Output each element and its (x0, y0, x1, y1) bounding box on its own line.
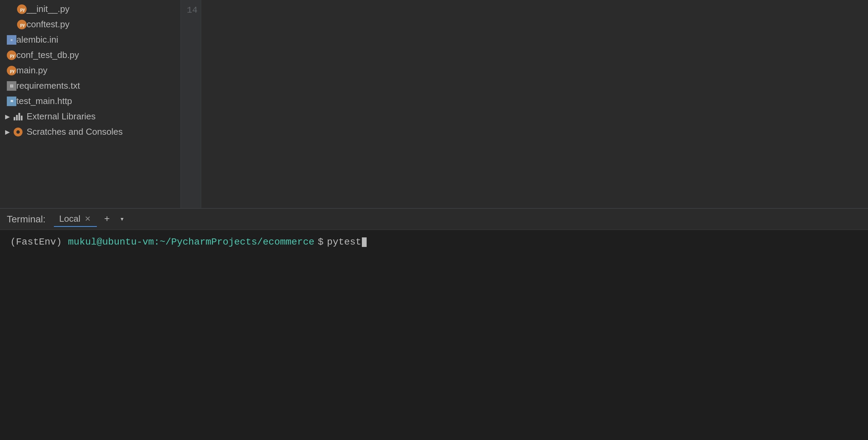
terminal-add-button[interactable]: + (100, 212, 114, 226)
sidebar: py __init__.py py conftest.py ≡ alembic.… (0, 0, 181, 208)
svg-text:py: py (20, 23, 25, 27)
svg-text:py: py (20, 7, 25, 12)
main-container: py __init__.py py conftest.py ≡ alembic.… (0, 0, 868, 208)
prompt-dollar: $ (318, 237, 324, 247)
py-file-icon-main: py (7, 66, 16, 75)
terminal-close-button[interactable]: ✕ (84, 215, 91, 223)
file-test-main-http[interactable]: ≋ test_main.http (0, 93, 180, 109)
svg-text:py: py (10, 53, 15, 58)
terminal-header: Terminal: Local ✕ + ▾ (0, 209, 868, 230)
file-name-alembic: alembic.ini (16, 34, 58, 45)
folder-scratches-label: Scratches and Consoles (27, 127, 123, 137)
txt-file-icon: ▤ (7, 81, 16, 91)
folder-external-libraries[interactable]: ▶ External Libraries (0, 109, 180, 124)
folder-scratches-consoles[interactable]: ▶ Scratches and Consoles (0, 124, 180, 140)
file-conftest-py[interactable]: py conftest.py (0, 17, 180, 32)
file-name-requirements: requirements.txt (16, 80, 80, 91)
svg-text:py: py (10, 69, 15, 73)
file-name-init: __init__.py (27, 4, 70, 14)
prompt-path: :~/PycharmProjects/ecommerce (154, 237, 314, 247)
prompt-env: (FastEnv) (10, 237, 62, 247)
editor-area: 14 (181, 0, 868, 208)
ini-file-icon: ≡ (7, 35, 16, 45)
py-file-icon: py (17, 4, 27, 14)
line-numbers: 14 (181, 0, 201, 208)
file-conf-test-db[interactable]: py conf_test_db.py (0, 47, 180, 63)
code-content[interactable] (201, 0, 868, 208)
folder-external-libraries-label: External Libraries (27, 111, 95, 122)
terminal-container: Terminal: Local ✕ + ▾ (FastEnv) mukul@ub… (0, 208, 868, 440)
terminal-cursor (362, 237, 367, 247)
chevron-right-icon-scratch: ▶ (3, 128, 12, 136)
terminal-dropdown-button[interactable]: ▾ (115, 212, 129, 226)
terminal-label: Terminal: (7, 214, 46, 225)
terminal-body[interactable]: (FastEnv) mukul@ubuntu-vm :~/PycharmProj… (0, 230, 868, 440)
terminal-prompt-line: (FastEnv) mukul@ubuntu-vm :~/PycharmProj… (10, 237, 858, 247)
file-name-test-main-http: test_main.http (16, 96, 72, 106)
http-file-icon: ≋ (7, 97, 16, 106)
file-requirements-txt[interactable]: ▤ requirements.txt (0, 78, 180, 93)
py-file-icon-conftest: py (17, 20, 27, 29)
prompt-command: pytest (327, 237, 362, 247)
file-name-conf-test-db: conf_test_db.py (16, 50, 79, 60)
chevron-right-icon: ▶ (3, 113, 12, 121)
file-alembic-ini[interactable]: ≡ alembic.ini (0, 32, 180, 47)
scratch-icon (13, 127, 23, 137)
line-number-14: 14 (181, 3, 197, 18)
terminal-tab-local[interactable]: Local ✕ (54, 211, 97, 227)
prompt-user: mukul@ubuntu-vm (68, 237, 154, 247)
editor-content: 14 (181, 0, 868, 208)
file-main-py[interactable]: py main.py (0, 63, 180, 78)
file-init-py[interactable]: py __init__.py (0, 1, 180, 17)
file-name-main: main.py (16, 65, 47, 76)
py-file-icon-conf: py (7, 50, 16, 60)
ext-libs-icon (13, 112, 23, 122)
file-name-conftest: conftest.py (27, 19, 70, 30)
terminal-tab-name: Local (59, 214, 80, 224)
